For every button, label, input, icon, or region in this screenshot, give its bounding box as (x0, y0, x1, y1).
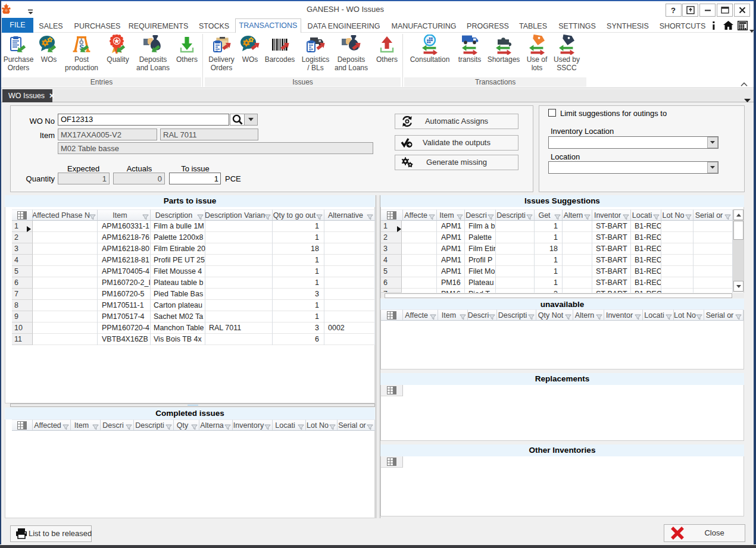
svg-text:?: ? (671, 6, 676, 14)
